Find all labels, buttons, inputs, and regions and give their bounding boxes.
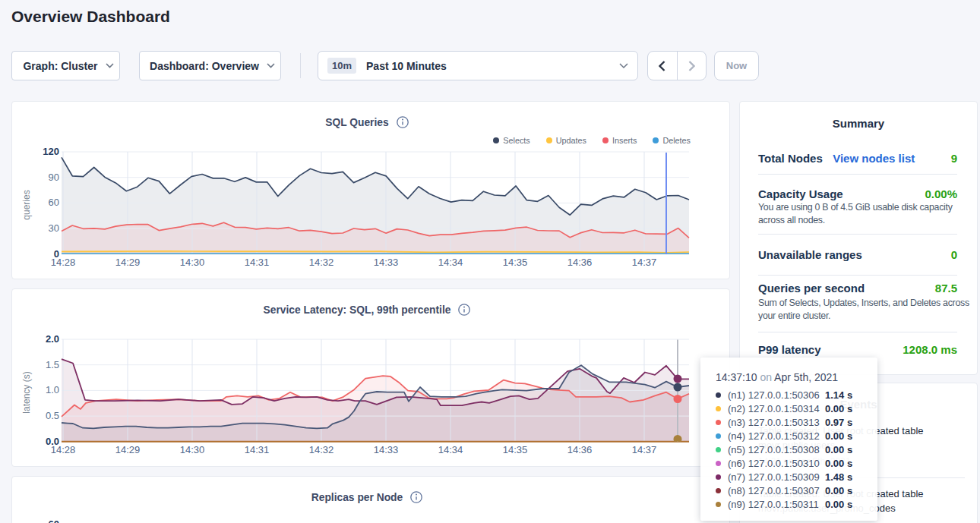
svg-text:queries: queries	[21, 190, 32, 219]
svg-text:60: 60	[49, 518, 59, 523]
svg-text:latency (s): latency (s)	[21, 371, 32, 413]
svg-text:14:31: 14:31	[245, 257, 270, 268]
svg-text:14:36: 14:36	[567, 444, 593, 455]
svg-text:14:29: 14:29	[115, 444, 141, 455]
svg-text:14:33: 14:33	[374, 444, 399, 455]
svg-text:14:34: 14:34	[438, 444, 463, 455]
svg-text:14:30: 14:30	[180, 257, 205, 268]
svg-text:14:30: 14:30	[180, 444, 205, 455]
svg-text:14:33: 14:33	[374, 257, 399, 268]
svg-text:14:28: 14:28	[51, 257, 76, 268]
svg-text:2.0: 2.0	[46, 333, 59, 345]
svg-text:14:37: 14:37	[632, 444, 657, 455]
svg-text:90: 90	[49, 172, 59, 183]
svg-text:1.0: 1.0	[46, 384, 59, 395]
svg-text:120: 120	[43, 146, 59, 157]
svg-text:0.5: 0.5	[46, 410, 59, 421]
svg-text:60: 60	[49, 197, 59, 208]
svg-text:14:37: 14:37	[632, 257, 657, 268]
svg-text:1.5: 1.5	[46, 359, 59, 370]
svg-text:14:29: 14:29	[115, 257, 141, 268]
svg-text:14:34: 14:34	[438, 257, 463, 268]
svg-text:14:32: 14:32	[309, 257, 334, 268]
svg-text:14:32: 14:32	[309, 444, 334, 455]
svg-text:30: 30	[49, 222, 59, 234]
svg-text:14:31: 14:31	[245, 444, 270, 455]
svg-text:14:36: 14:36	[567, 257, 593, 268]
svg-text:14:35: 14:35	[503, 444, 528, 455]
svg-text:14:35: 14:35	[503, 257, 528, 268]
svg-text:14:28: 14:28	[51, 444, 76, 455]
